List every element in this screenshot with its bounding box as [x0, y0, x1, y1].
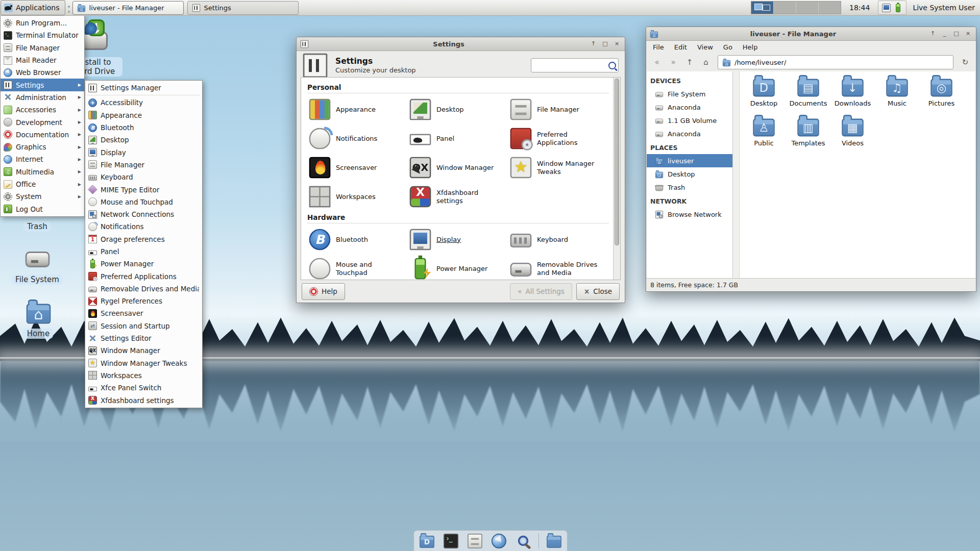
sidebar-scrollbar[interactable]: [733, 71, 740, 279]
desktop-icon-file-system[interactable]: File System: [9, 246, 65, 285]
settings-tile-xfdashboard-settings[interactable]: Xfdashboard settings: [408, 183, 508, 211]
dock-item-file-manager-launcher[interactable]: [467, 532, 484, 549]
settings-search-box[interactable]: [531, 58, 619, 72]
file-manager-titlebar[interactable]: liveuser - File Manager ↑_□×: [646, 27, 976, 41]
file-manager-close-button[interactable]: ×: [963, 29, 973, 39]
settings-tile-panel[interactable]: Panel: [408, 124, 508, 153]
folder-downloads[interactable]: Downloads: [830, 76, 875, 114]
sidebar-item-1-1-gb-volume[interactable]: 1.1 GB Volume: [647, 114, 732, 127]
menu-item-documentation[interactable]: Documentation▶: [1, 129, 84, 141]
settings-tile-workspaces[interactable]: Workspaces: [307, 183, 408, 211]
menu-item-xfce-panel-switch[interactable]: Xfce Panel Switch: [85, 382, 202, 394]
file-manager-maximize-button[interactable]: □: [951, 29, 961, 39]
menu-item-administration[interactable]: Administration▶: [1, 91, 84, 104]
applications-menu-button[interactable]: Applications: [1, 0, 65, 15]
menu-item-network-connections[interactable]: Network Connections: [85, 208, 202, 220]
forward-button[interactable]: »: [666, 55, 681, 70]
menu-item-workspaces[interactable]: Workspaces: [85, 369, 202, 382]
menubar-help[interactable]: Help: [738, 42, 763, 52]
menu-item-office[interactable]: Office▶: [1, 178, 84, 190]
workspace-pager[interactable]: [751, 1, 841, 14]
folder-videos[interactable]: Videos: [830, 115, 875, 154]
menu-item-mail-reader[interactable]: Mail Reader: [1, 54, 84, 66]
settings-tile-preferred-applications[interactable]: Preferred Applications: [508, 124, 609, 153]
close-button[interactable]: ×Close: [576, 283, 620, 300]
sidebar-item-browse-network[interactable]: Browse Network: [647, 208, 732, 221]
home-button[interactable]: ⌂: [698, 55, 714, 70]
menu-item-run-program[interactable]: Run Program...: [1, 17, 84, 29]
menu-item-settings-manager[interactable]: Settings Manager: [85, 82, 202, 94]
settings-tile-bluetooth[interactable]: Bluetooth: [307, 226, 408, 254]
settings-tile-window-manager-tweaks[interactable]: Window Manager Tweaks: [508, 154, 609, 182]
settings-tile-appearance[interactable]: Appearance: [307, 95, 408, 123]
menu-item-settings[interactable]: Settings▶: [1, 79, 84, 91]
tray-display-icon[interactable]: [882, 4, 891, 12]
menu-item-window-manager[interactable]: Window Manager: [85, 344, 202, 357]
settings-tile-removable-drives-and-media[interactable]: Removable Drives and Media: [508, 255, 609, 280]
folder-pictures[interactable]: Pictures: [919, 76, 964, 114]
reload-button[interactable]: ↻: [958, 55, 973, 70]
workspace-3[interactable]: [796, 2, 819, 14]
settings-tile-file-manager[interactable]: File Manager: [508, 95, 609, 123]
menu-item-settings-editor[interactable]: Settings Editor: [85, 332, 202, 344]
dock-item-application-finder[interactable]: [514, 532, 532, 549]
menu-item-rygel-preferences[interactable]: Rygel Preferences: [85, 295, 202, 307]
menu-item-terminal-emulator[interactable]: Terminal Emulator: [1, 29, 84, 41]
sidebar-item-liveuser[interactable]: liveuser: [647, 154, 732, 167]
menu-item-screensaver[interactable]: Screensaver: [85, 307, 202, 319]
taskbar-button-liveuser-file-manager[interactable]: liveuser - File Manager: [72, 1, 184, 15]
help-button[interactable]: Help: [302, 283, 345, 300]
menu-item-bluetooth[interactable]: Bluetooth: [85, 121, 202, 134]
menu-item-file-manager[interactable]: File Manager: [1, 42, 84, 54]
settings-scrollbar[interactable]: [613, 78, 620, 280]
dock-item-directory-menu[interactable]: [546, 532, 563, 549]
settings-search-input[interactable]: [534, 61, 608, 70]
menu-item-orage-preferences[interactable]: Orage preferences: [85, 233, 202, 245]
menu-item-log-out[interactable]: Log Out: [1, 203, 84, 215]
settings-tile-mouse-and-touchpad[interactable]: Mouse and Touchpad: [307, 255, 408, 280]
settings-close-button[interactable]: ×: [612, 39, 622, 49]
workspace-1[interactable]: [751, 2, 774, 14]
settings-tile-power-manager[interactable]: Power Manager: [408, 255, 508, 280]
menubar-file[interactable]: File: [648, 42, 669, 52]
dock-item-terminal-emulator[interactable]: [443, 532, 460, 549]
sidebar-item-trash[interactable]: Trash: [647, 181, 732, 194]
settings-shade-button[interactable]: ↑: [589, 39, 598, 49]
folder-music[interactable]: Music: [875, 76, 919, 114]
taskbar-button-settings[interactable]: Settings: [187, 1, 299, 15]
up-button[interactable]: ↑: [682, 55, 697, 70]
menu-item-graphics[interactable]: Graphics▶: [1, 141, 84, 153]
file-manager-minimize-button[interactable]: _: [940, 29, 949, 39]
workspace-4[interactable]: [819, 2, 841, 14]
settings-maximize-button[interactable]: □: [600, 39, 610, 49]
sidebar-item-anaconda[interactable]: Anaconda: [647, 101, 732, 114]
path-bar[interactable]: /home/liveuser/: [718, 55, 953, 69]
sidebar-item-file-system[interactable]: File System: [647, 87, 732, 101]
menu-item-multimedia[interactable]: Multimedia▶: [1, 166, 84, 178]
menu-item-system[interactable]: System▶: [1, 190, 84, 203]
dock-item-web-browser-launcher[interactable]: [491, 532, 508, 549]
settings-window-titlebar[interactable]: Settings ↑□×: [297, 37, 625, 51]
menu-item-removable-drives-and-media[interactable]: Removable Drives and Media: [85, 283, 202, 295]
scrollbar-thumb[interactable]: [615, 79, 619, 245]
menu-item-notifications[interactable]: Notifications: [85, 220, 202, 233]
menu-item-appearance[interactable]: Appearance: [85, 109, 202, 121]
folder-public[interactable]: Public: [742, 115, 786, 154]
folder-desktop[interactable]: Desktop: [742, 76, 786, 114]
menubar-view[interactable]: View: [693, 42, 718, 52]
menu-item-xfdashboard-settings[interactable]: Xfdashboard settings: [85, 394, 202, 406]
folder-documents[interactable]: Documents: [786, 76, 830, 114]
back-button[interactable]: «: [649, 55, 665, 70]
settings-tile-keyboard[interactable]: Keyboard: [508, 226, 609, 254]
menubar-edit[interactable]: Edit: [670, 42, 692, 52]
menu-item-mouse-and-touchpad[interactable]: Mouse and Touchpad: [85, 196, 202, 208]
menu-item-web-browser[interactable]: Web Browser: [1, 66, 84, 79]
settings-tile-notifications[interactable]: Notifications: [307, 124, 408, 153]
file-manager-shade-button[interactable]: ↑: [928, 29, 938, 39]
settings-tile-desktop[interactable]: Desktop: [408, 95, 508, 123]
menu-item-development[interactable]: Development▶: [1, 116, 84, 128]
folder-templates[interactable]: Templates: [786, 115, 830, 154]
menu-item-internet[interactable]: Internet▶: [1, 153, 84, 165]
menu-item-desktop[interactable]: Desktop: [85, 134, 202, 146]
menu-item-power-manager[interactable]: Power Manager: [85, 258, 202, 270]
